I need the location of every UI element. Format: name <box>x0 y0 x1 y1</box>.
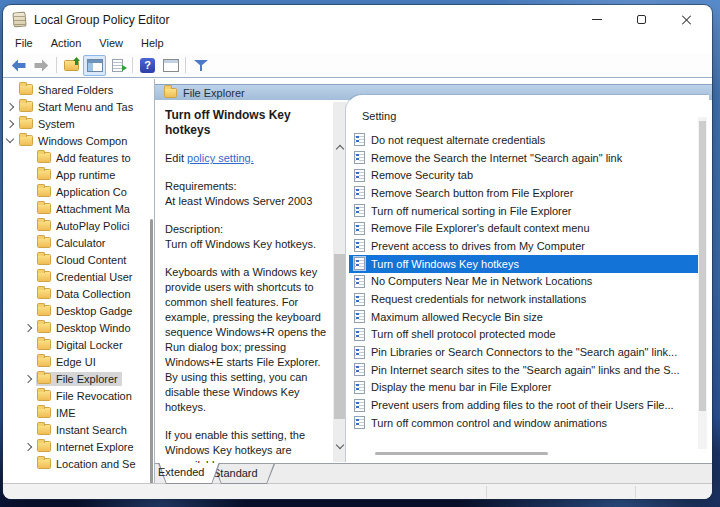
tree-item[interactable]: Calculator <box>3 234 154 251</box>
close-button[interactable] <box>664 7 709 32</box>
menu-file[interactable]: File <box>6 35 42 52</box>
tree-item-label: AutoPlay Polici <box>56 220 129 232</box>
edit-policy-setting-link[interactable]: policy setting. <box>187 152 254 164</box>
policy-setting-icon <box>354 310 365 323</box>
folder-icon <box>37 305 51 316</box>
window-controls <box>574 7 709 32</box>
setting-column-header[interactable]: Setting <box>362 110 396 122</box>
help-button[interactable]: ? <box>136 55 159 76</box>
filter-button[interactable] <box>189 55 212 76</box>
list-item[interactable]: Request credentials for network installa… <box>349 290 701 308</box>
policy-setting-icon <box>354 346 365 359</box>
list-item[interactable]: Remove Search button from File Explorer <box>349 184 701 202</box>
chevron-right-icon[interactable] <box>3 98 18 115</box>
list-item[interactable]: Pin Internet search sites to the "Search… <box>349 361 701 379</box>
tree-item[interactable]: Start Menu and Tas <box>3 98 154 115</box>
expander-spacer <box>21 421 36 438</box>
tree-item[interactable]: Attachment Ma <box>3 200 154 217</box>
console-tree-pane: Shared Folders Start Menu and Tas System… <box>3 79 155 483</box>
description-paragraph: Keyboards with a Windows key provide use… <box>165 265 327 415</box>
export-list-button[interactable] <box>106 55 129 76</box>
tree-item[interactable]: Instant Search <box>3 421 154 438</box>
tree-item[interactable]: Desktop Gadge <box>3 302 154 319</box>
tree-item[interactable]: Cloud Content <box>3 251 154 268</box>
tree-item[interactable]: Internet Explore <box>3 438 154 455</box>
tree-item[interactable]: Desktop Windo <box>3 319 154 336</box>
list-item[interactable]: Remove File Explorer's default context m… <box>349 219 701 237</box>
menu-action[interactable]: Action <box>42 35 91 52</box>
tab-standard[interactable]: Standard <box>213 464 275 484</box>
tree-item[interactable]: AutoPlay Polici <box>3 217 154 234</box>
list-item[interactable]: Turn off shell protocol protected mode <box>349 326 701 344</box>
menu-view[interactable]: View <box>90 35 132 52</box>
tree-item-file-explorer[interactable]: File Explorer <box>3 370 154 387</box>
chevron-right-icon[interactable] <box>21 319 36 336</box>
list-item[interactable]: Do not request alternate credentials <box>349 131 701 149</box>
window-title: Local Group Policy Editor <box>34 13 169 27</box>
expander-spacer <box>21 387 36 404</box>
folder-icon <box>37 254 51 265</box>
description-vertical-scrollbar[interactable] <box>333 102 346 462</box>
setting-label: Pin Libraries or Search Connectors to th… <box>371 346 677 358</box>
tree-item[interactable]: System <box>3 115 154 132</box>
tree-item-label: Desktop Windo <box>56 322 131 334</box>
maximize-button[interactable] <box>619 7 664 32</box>
list-item[interactable]: Prevent users from adding files to the r… <box>349 396 701 414</box>
show-action-pane-button[interactable] <box>159 55 182 76</box>
tab-extended[interactable]: Extended <box>158 463 220 484</box>
tree-item-label: Calculator <box>56 237 106 249</box>
tree-item-label: Shared Folders <box>38 84 113 96</box>
policy-setting-icon <box>354 293 365 306</box>
tree-item[interactable]: Digital Locker <box>3 336 154 353</box>
list-item[interactable]: Maximum allowed Recycle Bin size <box>349 308 701 326</box>
menu-help[interactable]: Help <box>132 35 173 52</box>
list-item[interactable]: Pin Libraries or Search Connectors to th… <box>349 343 701 361</box>
folder-icon <box>37 271 51 282</box>
setting-label: No Computers Near Me in Network Location… <box>371 275 592 287</box>
scroll-up-icon[interactable] <box>336 144 343 151</box>
expander-spacer <box>21 183 36 200</box>
policy-setting-icon <box>354 328 365 341</box>
back-button[interactable] <box>7 55 30 76</box>
tree-item[interactable]: Data Collection <box>3 285 154 302</box>
tree-item[interactable]: Credential User <box>3 268 154 285</box>
tree-vertical-scrollbar[interactable] <box>150 219 153 483</box>
list-item[interactable]: Turn off numerical sorting in File Explo… <box>349 202 701 220</box>
tree-item[interactable]: IME <box>3 404 154 421</box>
list-item[interactable]: Turn off common control and window anima… <box>349 414 701 432</box>
content-header-label: File Explorer <box>183 87 245 99</box>
expander-spacer <box>21 149 36 166</box>
list-item[interactable]: No Computers Near Me in Network Location… <box>349 273 701 291</box>
tree-item[interactable]: Edge UI <box>3 353 154 370</box>
scrollbar-thumb[interactable] <box>699 121 706 411</box>
tree-item-label: Internet Explore <box>56 441 134 453</box>
tree-item[interactable]: Application Co <box>3 183 154 200</box>
list-item-selected[interactable]: Turn off Windows Key hotkeys <box>349 255 701 273</box>
scroll-down-icon[interactable] <box>336 442 343 449</box>
chevron-right-icon[interactable] <box>21 438 36 455</box>
tree-item-label: File Explorer <box>56 373 118 385</box>
tree-item[interactable]: Shared Folders <box>3 81 154 98</box>
tree-item[interactable]: Windows Compon <box>3 132 154 149</box>
list-item[interactable]: Prevent access to drives from My Compute… <box>349 237 701 255</box>
show-console-tree-button[interactable] <box>83 55 106 76</box>
tree-item[interactable]: App runtime <box>3 166 154 183</box>
scrollbar-thumb[interactable] <box>334 254 345 419</box>
list-item[interactable]: Remove the Search the Internet "Search a… <box>349 149 701 167</box>
setting-label: Remove the Search the Internet "Search a… <box>371 152 622 164</box>
chevron-right-icon[interactable] <box>21 370 36 387</box>
requirements-value: At least Windows Server 2003 <box>165 194 327 209</box>
minimize-button[interactable] <box>574 7 619 32</box>
tree-item[interactable]: Location and Se <box>3 455 154 469</box>
forward-button[interactable] <box>30 55 53 76</box>
chevron-right-icon[interactable] <box>3 115 18 132</box>
list-item[interactable]: Display the menu bar in File Explorer <box>349 379 701 397</box>
list-item[interactable]: Remove Security tab <box>349 166 701 184</box>
tree-item-label: IME <box>56 407 76 419</box>
list-horizontal-scrollbar[interactable] <box>375 452 548 455</box>
tree-item[interactable]: Add features to <box>3 149 154 166</box>
list-vertical-scrollbar[interactable] <box>698 117 707 449</box>
up-one-level-button[interactable] <box>60 55 83 76</box>
chevron-down-icon[interactable] <box>3 132 18 149</box>
tree-item[interactable]: File Revocation <box>3 387 154 404</box>
